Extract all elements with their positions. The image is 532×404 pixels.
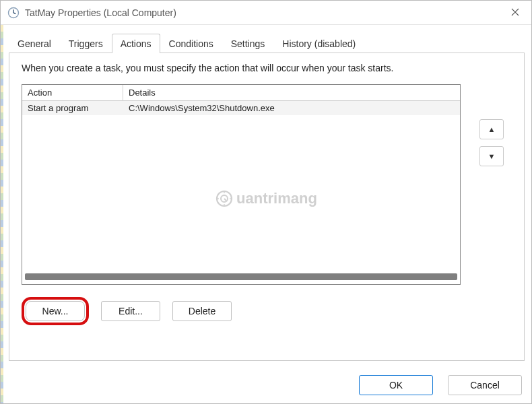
tab-label: History (disabled): [282, 38, 356, 49]
svg-line-2: [13, 13, 15, 14]
annotation-highlight: New...: [22, 297, 89, 325]
action-buttons-row: New... Edit... Delete: [22, 297, 512, 325]
edit-button[interactable]: Edit...: [101, 301, 160, 321]
instruction-text: When you create a task, you must specify…: [22, 63, 512, 73]
horizontal-scrollbar[interactable]: [25, 273, 457, 280]
dialog-footer: OK Cancel: [359, 375, 522, 395]
chevron-up-icon: ▲: [488, 125, 496, 133]
tab-actions[interactable]: Actions: [112, 34, 160, 53]
ok-button[interactable]: OK: [359, 375, 433, 395]
actions-list[interactable]: Action Details Start a program C:\Window…: [22, 84, 461, 285]
move-down-button[interactable]: ▼: [479, 146, 504, 166]
tab-strip: General Triggers Actions Conditions Sett…: [9, 30, 525, 53]
window-edge-stripe: [1, 25, 3, 403]
tab-general[interactable]: General: [9, 34, 60, 53]
tab-label: Actions: [121, 38, 152, 49]
delete-button[interactable]: Delete: [172, 301, 232, 321]
tab-conditions[interactable]: Conditions: [160, 34, 222, 53]
column-header-details[interactable]: Details: [123, 85, 460, 100]
tab-settings[interactable]: Settings: [222, 34, 274, 53]
actions-list-area: Action Details Start a program C:\Window…: [22, 84, 512, 285]
list-item[interactable]: Start a program C:\Windows\System32\Shut…: [22, 101, 460, 115]
close-icon: [511, 7, 519, 19]
reorder-buttons: ▲ ▼: [479, 119, 504, 166]
tab-label: Conditions: [169, 38, 213, 49]
actions-list-header: Action Details: [22, 85, 460, 101]
task-scheduler-icon: [7, 7, 20, 19]
tab-label: Triggers: [69, 38, 103, 49]
tab-label: Settings: [231, 38, 265, 49]
tab-history[interactable]: History (disabled): [273, 34, 364, 53]
close-button[interactable]: [506, 3, 525, 22]
new-button[interactable]: New...: [26, 301, 85, 321]
dialog-body: General Triggers Actions Conditions Sett…: [9, 30, 525, 395]
titlebar: TatMay Properties (Local Computer): [1, 1, 531, 25]
chevron-down-icon: ▼: [488, 152, 496, 160]
task-properties-dialog: TatMay Properties (Local Computer) Gener…: [0, 0, 532, 404]
actions-tab-page: When you create a task, you must specify…: [9, 53, 525, 361]
cancel-button[interactable]: Cancel: [448, 375, 522, 395]
cell-details: C:\Windows\System32\Shutdown.exe: [123, 101, 460, 115]
tab-triggers[interactable]: Triggers: [60, 34, 112, 53]
move-up-button[interactable]: ▲: [479, 119, 504, 139]
cell-action: Start a program: [22, 101, 123, 115]
window-title: TatMay Properties (Local Computer): [25, 7, 506, 18]
column-header-action[interactable]: Action: [22, 85, 123, 100]
tab-label: General: [18, 38, 51, 49]
